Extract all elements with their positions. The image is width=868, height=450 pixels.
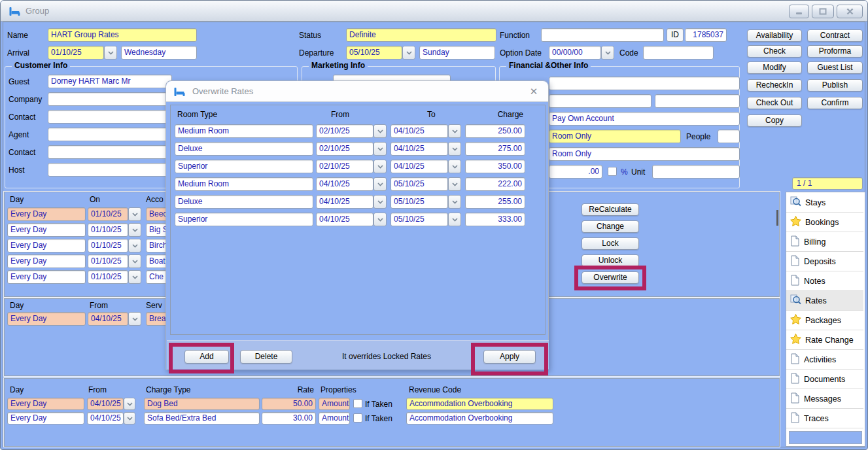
status-field[interactable]: Definite [346, 28, 496, 42]
dlg-to-dropdown[interactable] [448, 177, 461, 191]
chg-row-day[interactable]: Every Day [7, 412, 84, 424]
acc-row-date-dropdown[interactable] [128, 207, 141, 221]
host-field[interactable] [48, 163, 172, 177]
chg-row-date[interactable]: 04/10/25 [87, 412, 124, 424]
sidebar-item-deposits[interactable]: Deposits [786, 252, 863, 271]
dlg-to-date[interactable]: 04/10/25 [391, 160, 448, 173]
acc-row-day[interactable]: Every Day [7, 254, 86, 268]
availability-button[interactable]: Availability [747, 29, 802, 42]
dlg-to-dropdown[interactable] [448, 195, 461, 209]
acc-row-date-dropdown[interactable] [128, 223, 141, 237]
dlg-charge[interactable]: 250.00 [465, 124, 525, 138]
dlg-room-type[interactable]: Medium Room [175, 124, 313, 138]
dlg-from-date[interactable]: 04/10/25 [316, 195, 373, 209]
dlg-to-date[interactable]: 04/10/25 [391, 142, 448, 156]
dlg-to-dropdown[interactable] [448, 142, 461, 156]
if-taken-checkbox[interactable] [353, 399, 362, 408]
svc-row-date-dropdown[interactable] [128, 312, 141, 326]
percent-checkbox[interactable] [608, 167, 617, 176]
chg-row-prop[interactable]: Amount [319, 412, 350, 424]
contact2-field[interactable] [48, 145, 172, 159]
departure-date-dropdown[interactable] [402, 46, 415, 60]
people-field[interactable] [718, 130, 740, 143]
board2-field[interactable]: Room Only [549, 147, 740, 161]
delete-button[interactable]: Delete [240, 350, 292, 364]
dlg-to-date[interactable]: 04/10/25 [391, 124, 448, 138]
dlg-to-dropdown[interactable] [448, 124, 461, 138]
sidebar-item-rates[interactable]: Rates [786, 291, 863, 311]
option-date-field[interactable]: 00/00/00 [549, 46, 601, 60]
dlg-from-date[interactable]: 02/10/25 [316, 160, 373, 173]
code-field[interactable] [643, 46, 714, 60]
dlg-to-dropdown[interactable] [448, 160, 461, 173]
unit-field[interactable] [652, 165, 740, 179]
guest-field[interactable]: Dorney HART Marc Mr [48, 75, 172, 88]
amount-field[interactable]: .00 [549, 165, 602, 179]
contract-button[interactable]: Contract [807, 29, 863, 42]
chg-row-revenue[interactable]: Accommodation Overbooking [406, 412, 553, 424]
sidebar-item-documents[interactable]: Documents [786, 370, 863, 389]
check-button[interactable]: Check [747, 45, 802, 58]
confirm-button[interactable]: Confirm [807, 97, 863, 109]
chg-row-rate[interactable]: 30.00 [262, 412, 316, 424]
dlg-to-date[interactable]: 05/10/25 [391, 177, 448, 191]
pay-account-field[interactable]: Pay Own Account [549, 112, 740, 126]
acc-row-date-dropdown[interactable] [128, 270, 141, 284]
dlg-to-dropdown[interactable] [448, 213, 461, 226]
lock-button[interactable]: Lock [582, 237, 639, 250]
dlg-from-date[interactable]: 04/10/25 [316, 177, 373, 191]
chg-row-revenue[interactable]: Accommodation Overbooking [406, 398, 553, 410]
close-button[interactable] [837, 5, 863, 18]
dlg-charge[interactable]: 275.00 [465, 142, 525, 156]
modify-button[interactable]: Modify [747, 61, 802, 74]
dlg-from-date[interactable]: 02/10/25 [316, 142, 373, 156]
dlg-to-date[interactable]: 05/10/25 [391, 195, 448, 209]
dlg-charge[interactable]: 222.00 [465, 177, 525, 191]
acc-row-day[interactable]: Every Day [7, 223, 86, 237]
sidebar-item-traces[interactable]: Traces [786, 409, 863, 428]
dlg-room-type[interactable]: Superior [175, 160, 313, 173]
sidebar-item-notes[interactable]: Notes [786, 271, 863, 291]
acc-row-date[interactable]: 01/10/25 [88, 270, 128, 284]
arrival-date-dropdown[interactable] [104, 46, 117, 60]
financial-field-2b[interactable] [655, 94, 740, 108]
agent-field[interactable] [48, 128, 172, 141]
dlg-to-date[interactable]: 05/10/25 [391, 213, 448, 226]
chg-row-rate[interactable]: 50.00 [262, 398, 316, 410]
acc-row-date[interactable]: 01/10/25 [88, 239, 128, 252]
option-date-dropdown[interactable] [601, 46, 614, 60]
sidebar-item-packages[interactable]: Packages [786, 311, 863, 330]
acc-row-date-dropdown[interactable] [128, 254, 141, 268]
chg-row-prop[interactable]: Amount [319, 398, 350, 410]
sidebar-item-stays[interactable]: Stays [786, 193, 863, 213]
dlg-from-dropdown[interactable] [373, 177, 387, 191]
chg-row-date-dropdown[interactable] [124, 412, 135, 424]
dlg-charge[interactable]: 350.00 [465, 160, 525, 173]
company-field[interactable] [48, 92, 172, 106]
acc-row-day[interactable]: Every Day [7, 207, 86, 221]
if-taken-checkbox[interactable] [353, 413, 362, 423]
acc-row-day[interactable]: Every Day [7, 239, 86, 252]
dlg-room-type[interactable]: Deluxe [175, 142, 313, 156]
recheckin-button[interactable]: RecheckIn [747, 79, 802, 92]
chg-row-date[interactable]: 04/10/25 [87, 398, 124, 410]
publish-button[interactable]: Publish [807, 79, 863, 92]
maximize-button[interactable] [812, 5, 834, 18]
chg-row-date-dropdown[interactable] [124, 398, 135, 410]
guest-list-button[interactable]: Guest List [807, 61, 863, 74]
chg-row-day[interactable]: Every Day [7, 398, 84, 410]
sidebar-item-billing[interactable]: Billing [786, 232, 863, 252]
dlg-from-dropdown[interactable] [373, 160, 387, 173]
sidebar-item-messages[interactable]: Messages [786, 389, 863, 409]
minimize-button[interactable] [789, 5, 809, 18]
dlg-room-type[interactable]: Medium Room [175, 177, 313, 191]
acc-row-date-dropdown[interactable] [128, 239, 141, 252]
dlg-from-date[interactable]: 02/10/25 [316, 124, 373, 138]
overwrite-button[interactable]: Overwrite [582, 271, 639, 284]
proforma-button[interactable]: Proforma [807, 45, 863, 58]
board-field[interactable]: Room Only [549, 130, 681, 143]
financial-field-2a[interactable] [549, 94, 651, 108]
acc-row-date[interactable]: 01/10/25 [88, 254, 128, 268]
financial-field-1[interactable] [549, 77, 740, 90]
sidebar-item-rate-change[interactable]: Rate Change [786, 330, 863, 350]
